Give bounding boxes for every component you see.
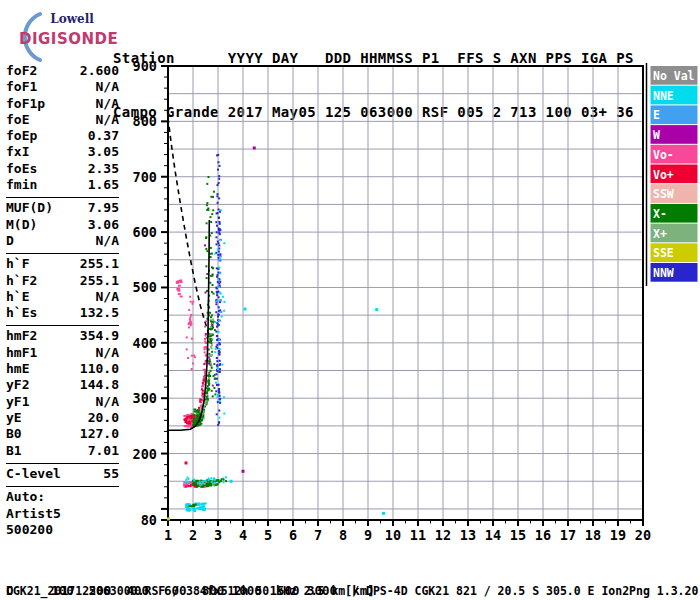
stray-point	[230, 480, 233, 483]
axis-labels: 1234567891011121314151617181920900800700…	[133, 58, 652, 543]
scatter-cluster-es-tail-green	[218, 478, 228, 483]
y-tick-label: 400	[133, 335, 157, 351]
stray-point	[242, 470, 245, 473]
y-tick-label: 500	[133, 279, 157, 295]
legend-item-X-: X-	[651, 204, 698, 223]
x-tick-label: 15	[510, 527, 526, 543]
legend-label: Vo-	[653, 148, 674, 162]
x-tick-label: 19	[610, 527, 626, 543]
plot-frame	[168, 66, 643, 520]
ionogram-plot: 1234567891011121314151617181920900800700…	[0, 0, 700, 600]
ionogram-app: Lowell DIGISONDE Station YYYY DAY DDD HH…	[0, 0, 700, 600]
legend-item-Vo+: Vo+	[651, 165, 698, 184]
legend-item-NNW: NNW	[651, 263, 698, 282]
legend-item-W: W	[651, 125, 698, 144]
axis-ticks	[161, 66, 643, 526]
y-tick-label: 700	[133, 169, 157, 185]
legend-item-X+: X+	[651, 224, 698, 243]
legend-label: NNE	[653, 89, 674, 103]
scatter-cluster-green-column-upper	[205, 176, 215, 323]
x-tick-label: 7	[314, 527, 322, 543]
stray-point	[185, 461, 188, 464]
scatter-cluster-pink-blob-left	[176, 280, 183, 298]
legend-item-E: E	[651, 105, 698, 124]
stray-point	[167, 517, 170, 520]
stray-point	[244, 308, 247, 311]
x-tick-label: 13	[460, 527, 476, 543]
legend-label: NNW	[653, 266, 674, 280]
x-tick-label: 18	[585, 527, 601, 543]
legend-label: W	[653, 128, 660, 142]
y-tick-label: 300	[133, 390, 157, 406]
muf-transmission-curve	[168, 118, 211, 338]
legend-label: SSW	[653, 187, 674, 201]
legend-label: No Val	[653, 69, 695, 83]
y-tick-label: 80	[141, 512, 157, 528]
x-tick-label: 20	[635, 527, 651, 543]
x-tick-label: 4	[239, 527, 247, 543]
stray-point	[375, 308, 378, 311]
x-tick-label: 2	[189, 527, 197, 543]
stray-point	[253, 146, 256, 149]
plot-grid	[168, 66, 643, 520]
file-info-line: CGK21_2017125063000.RSF / 384fx512h 50 k…	[6, 584, 698, 598]
legend-item-SSW: SSW	[651, 184, 698, 203]
legend-item-Vo-: Vo-	[651, 145, 698, 164]
x-tick-label: 14	[485, 527, 501, 543]
legend-label: SSE	[653, 246, 674, 260]
x-tick-label: 16	[535, 527, 551, 543]
y-tick-label: 900	[133, 58, 157, 74]
x-tick-label: 12	[435, 527, 451, 543]
scatter-cluster-blue-column-top	[216, 154, 220, 211]
stray-points	[167, 146, 385, 520]
x-tick-label: 10	[385, 527, 401, 543]
x-tick-label: 8	[339, 527, 347, 543]
legend: No ValNNEEWVo-Vo+SSWX-X+SSENNW	[647, 63, 698, 286]
legend-item-NoVal: No Val	[651, 66, 698, 85]
legend-label: X-	[653, 207, 667, 221]
legend-item-NNE: NNE	[651, 86, 698, 105]
y-tick-label: 800	[133, 113, 157, 129]
x-tick-label: 9	[364, 527, 372, 543]
x-tick-label: 3	[214, 527, 222, 543]
x-tick-label: 11	[410, 527, 426, 543]
legend-item-SSE: SSE	[651, 243, 698, 262]
legend-label: E	[653, 108, 660, 122]
legend-label: Vo+	[653, 168, 674, 182]
x-tick-label: 6	[289, 527, 297, 543]
x-tick-label: 17	[560, 527, 576, 543]
x-tick-label: 1	[164, 527, 172, 543]
scatter-cluster-pink-sparse-mid	[186, 326, 196, 370]
legend-label: X+	[653, 227, 667, 241]
stray-point	[382, 512, 385, 515]
x-tick-label: 5	[264, 527, 272, 543]
y-tick-label: 600	[133, 224, 157, 240]
y-tick-label: 200	[133, 446, 157, 462]
